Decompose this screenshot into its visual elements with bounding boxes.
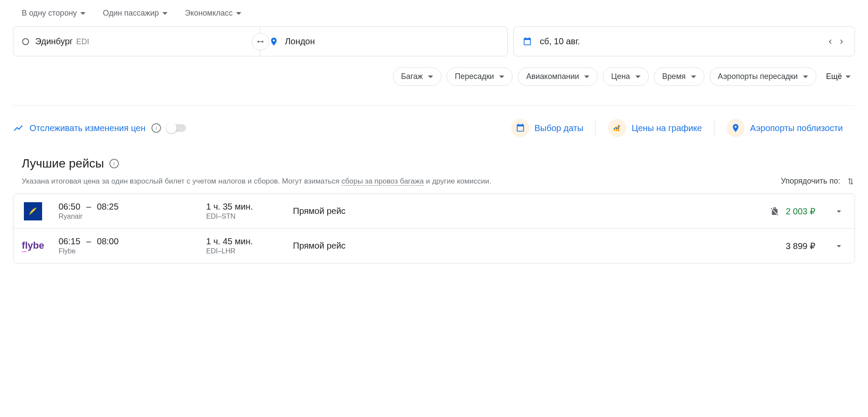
airline-logo xyxy=(24,202,42,220)
stops-text: Прямой рейс xyxy=(293,241,786,251)
sort-button[interactable]: Упорядочить по: xyxy=(781,177,855,186)
chevron-down-icon xyxy=(691,76,696,78)
price-column: 2 003 ₽ xyxy=(770,206,815,217)
bags-chip-label: Багаж xyxy=(401,72,423,81)
quick-links: Выбор даты Цены на графике Аэропорты по xyxy=(499,119,855,137)
time-chip-label: Время xyxy=(662,72,686,81)
chevron-left-icon xyxy=(826,37,835,46)
subtitle-text-2: и другие комиссии. xyxy=(424,177,491,185)
destination-input[interactable]: Лондон xyxy=(260,26,507,56)
chevron-down-icon xyxy=(584,76,589,78)
section-subtitle: Указана итоговая цена за один взрослый б… xyxy=(22,177,491,186)
depart-time: 06:50 xyxy=(59,202,80,211)
trend-icon xyxy=(13,123,23,133)
bags-chip[interactable]: Багаж xyxy=(393,67,441,86)
time-dash: – xyxy=(86,236,91,246)
info-icon[interactable]: i xyxy=(109,159,119,168)
date-text: сб, 10 авг. xyxy=(540,36,580,46)
time-column: 06:50 – 08:25 Ryanair xyxy=(59,202,206,220)
passengers-dropdown[interactable]: Один пассажир xyxy=(103,9,168,18)
origin-input[interactable]: Эдинбург EDI xyxy=(13,26,260,56)
chevron-down-icon xyxy=(236,12,241,15)
chevron-down-icon xyxy=(803,76,808,78)
flight-row[interactable]: flybe•••• 06:15 – 08:00 Flybe 1 ч. 45 ми… xyxy=(13,229,855,263)
date-input[interactable]: сб, 10 авг. xyxy=(513,26,855,56)
next-date-button[interactable] xyxy=(837,37,846,46)
origin-city: Эдинбург xyxy=(35,36,73,46)
price-graph-link[interactable]: Цены на графике xyxy=(596,119,714,137)
stops-text: Прямой рейс xyxy=(293,206,770,216)
section-header: Лучшие рейсы i xyxy=(13,157,855,171)
route-text: EDI–LHR xyxy=(206,247,293,255)
airline-name: Ryanair xyxy=(59,213,206,220)
info-icon[interactable]: i xyxy=(151,123,161,133)
no-baggage-icon xyxy=(770,207,779,216)
arrive-time: 08:25 xyxy=(97,202,118,211)
time-chip[interactable]: Время xyxy=(654,67,704,86)
swap-button[interactable] xyxy=(252,33,269,50)
price-chip-label: Цена xyxy=(611,72,630,81)
track-prices-toggle[interactable] xyxy=(167,124,186,132)
chevron-right-icon xyxy=(837,37,846,46)
pin-icon xyxy=(731,123,740,133)
trip-options-bar: В одну сторону Один пассажир Экономкласс xyxy=(13,9,855,18)
date-select-link[interactable]: Выбор даты xyxy=(499,119,596,137)
nearby-airports-link[interactable]: Аэропорты поблизости xyxy=(714,119,855,137)
baggage-fees-link[interactable]: сборы за провоз багажа xyxy=(342,177,424,186)
chevron-down-icon xyxy=(162,12,168,15)
time-column: 06:15 – 08:00 Flybe xyxy=(59,236,206,255)
filter-chips-row: Багаж Пересадки Авиакомпании Цена Время … xyxy=(13,67,855,86)
time-dash: – xyxy=(86,202,91,211)
swap-icon xyxy=(256,37,265,46)
airline-name: Flybe xyxy=(59,247,206,255)
destination-city: Лондон xyxy=(285,36,315,46)
more-filters-button[interactable]: Ещё xyxy=(822,72,855,81)
price-graph-label: Цены на графике xyxy=(631,123,702,133)
origin-circle-icon xyxy=(22,38,29,45)
airline-logo: flybe•••• xyxy=(24,237,42,255)
actions-row: Отслеживать изменения цен i Выбор даты xyxy=(13,119,855,137)
section-title: Лучшие рейсы xyxy=(22,157,104,171)
sort-icon xyxy=(846,177,855,186)
price-chip[interactable]: Цена xyxy=(603,67,648,86)
stops-chip[interactable]: Пересадки xyxy=(447,67,513,86)
connecting-airports-chip[interactable]: Аэропорты пересадки xyxy=(710,67,816,86)
calendar-icon xyxy=(516,123,525,133)
sort-label: Упорядочить по: xyxy=(781,177,840,186)
chevron-down-icon xyxy=(499,76,504,78)
price-text: 3 899 ₽ xyxy=(786,241,815,251)
airlines-chip[interactable]: Авиакомпании xyxy=(518,67,598,86)
price-text: 2 003 ₽ xyxy=(786,206,815,217)
search-form: Эдинбург EDI Лондон сб, 10 авг. xyxy=(13,26,855,56)
more-filters-label: Ещё xyxy=(826,72,842,81)
trip-type-label: В одну сторону xyxy=(22,9,77,18)
cabin-label: Экономкласс xyxy=(185,9,233,18)
route-text: EDI–STN xyxy=(206,213,293,220)
toggle-knob xyxy=(166,123,177,133)
flight-row[interactable]: 06:50 – 08:25 Ryanair 1 ч. 35 мин. EDI–S… xyxy=(13,194,855,229)
chevron-down-icon xyxy=(635,76,641,78)
calendar-icon xyxy=(523,37,532,46)
chevron-down-icon xyxy=(845,76,851,78)
flights-list: 06:50 – 08:25 Ryanair 1 ч. 35 мин. EDI–S… xyxy=(13,194,855,263)
ryanair-logo-icon xyxy=(24,202,42,220)
track-prices-label: Отслеживать изменения цен xyxy=(30,123,145,133)
airlines-chip-label: Авиакомпании xyxy=(526,72,579,81)
chevron-down-icon xyxy=(834,206,844,217)
chevron-down-icon xyxy=(834,241,844,251)
pin-icon xyxy=(269,37,279,46)
duration-column: 1 ч. 45 мин. EDI–LHR xyxy=(206,236,293,255)
section-subtitle-row: Указана итоговая цена за один взрослый б… xyxy=(13,177,855,186)
chevron-down-icon xyxy=(80,12,85,15)
nearby-airports-label: Аэропорты поблизости xyxy=(750,123,843,133)
divider xyxy=(13,105,855,106)
chevron-down-icon xyxy=(428,76,433,78)
flybe-logo-icon: flybe•••• xyxy=(22,240,44,252)
cabin-dropdown[interactable]: Экономкласс xyxy=(185,9,241,18)
depart-time: 06:15 xyxy=(59,236,80,246)
duration-text: 1 ч. 35 мин. xyxy=(206,202,293,212)
prev-date-button[interactable] xyxy=(826,37,835,46)
chart-icon xyxy=(612,123,622,133)
trip-type-dropdown[interactable]: В одну сторону xyxy=(22,9,85,18)
passengers-label: Один пассажир xyxy=(103,9,159,18)
